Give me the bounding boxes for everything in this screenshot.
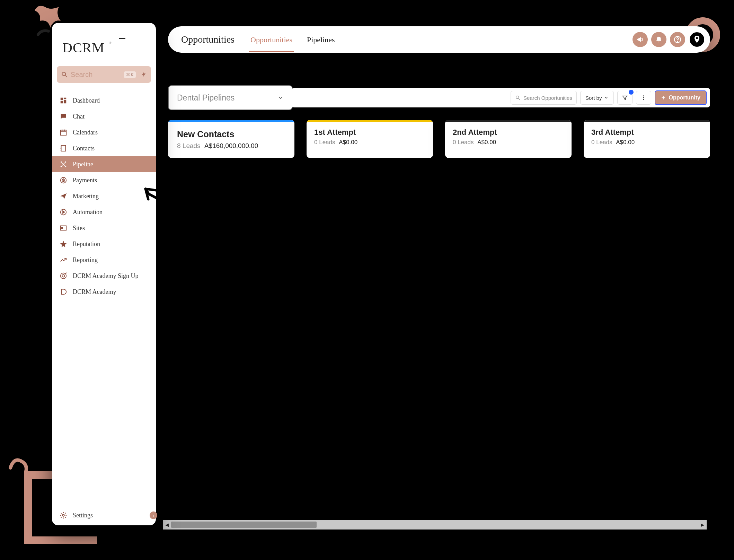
add-opportunity-label: Opportunity	[669, 95, 700, 101]
scrollbar-thumb[interactable]	[171, 522, 317, 528]
svg-point-41	[643, 99, 644, 100]
sidebar-item-contacts[interactable]: Contacts	[52, 140, 156, 156]
bolt-icon	[141, 71, 147, 78]
svg-line-31	[65, 273, 67, 274]
stage-meta: 8 Leads A$160,000,000.00	[177, 142, 285, 150]
toolbar: Dental Pipelines Search Opportunities So…	[168, 85, 710, 110]
filter-icon	[622, 95, 628, 101]
sidebar-item-calendars[interactable]: Calendars	[52, 124, 156, 140]
svg-point-34	[677, 41, 678, 42]
notifications-button[interactable]	[651, 32, 666, 47]
gear-icon	[60, 511, 67, 519]
calendar-icon	[60, 129, 67, 136]
sidebar-item-label: Automation	[73, 209, 103, 216]
svg-rect-6	[61, 130, 67, 135]
sidebar-item-label: Chat	[73, 113, 85, 120]
stage-card[interactable]: New Contacts 8 Leads A$160,000,000.00	[168, 120, 294, 158]
stage-leads: 0 Leads	[314, 139, 335, 146]
search-icon	[515, 95, 521, 100]
user-avatar[interactable]	[689, 31, 705, 48]
svg-point-32	[62, 514, 64, 516]
search-shortcut-badge: ⌘K	[124, 71, 136, 78]
svg-point-37	[516, 96, 519, 99]
dashboard-icon	[60, 97, 67, 104]
stage-card[interactable]: 2nd Attempt 0 Leads A$0.00	[445, 120, 572, 158]
chat-icon	[60, 113, 67, 120]
pipeline-select[interactable]: Dental Pipelines	[168, 85, 293, 110]
sidebar-item-academy[interactable]: DCRM Academy	[52, 284, 156, 300]
add-opportunity-button[interactable]: Opportunity	[655, 90, 707, 105]
avatar-icon	[691, 34, 703, 45]
filter-active-indicator	[629, 90, 634, 95]
pipeline-icon	[60, 160, 67, 168]
global-search-input[interactable]: Search ⌘K	[57, 66, 151, 83]
header-bar: Opportunities Opportunities Pipelines	[168, 26, 710, 53]
sort-by-button[interactable]: Sort by	[580, 91, 614, 105]
sidebar-item-label: Dashboard	[73, 97, 100, 104]
sidebar-item-dashboard[interactable]: Dashboard	[52, 93, 156, 108]
kebab-icon	[640, 95, 647, 101]
star-icon	[60, 240, 67, 248]
sidebar-item-label: Pipeline	[73, 161, 93, 168]
svg-rect-2	[61, 98, 63, 100]
megaphone-icon	[636, 36, 644, 43]
filter-button[interactable]	[617, 91, 633, 105]
stage-card[interactable]: 3rd Attempt 0 Leads A$0.00	[584, 120, 710, 158]
d-icon	[60, 288, 67, 296]
svg-point-40	[643, 97, 644, 98]
stage-meta: 0 Leads A$0.00	[453, 139, 564, 146]
sidebar-item-label: Sites	[73, 225, 85, 232]
search-opportunities-placeholder: Search Opportunities	[523, 95, 572, 101]
stage-value: A$0.00	[339, 139, 357, 146]
sidebar-item-label: Contacts	[73, 145, 95, 152]
search-opportunities-input[interactable]: Search Opportunities	[511, 91, 577, 105]
help-button[interactable]	[670, 32, 685, 47]
stage-name: New Contacts	[177, 129, 285, 139]
stage-card[interactable]: 1st Attempt 0 Leads A$0.00	[307, 120, 433, 158]
sidebar-item-reporting[interactable]: Reporting	[52, 252, 156, 268]
sidebar-collapse-button[interactable]: ‹	[150, 511, 157, 519]
sidebar-item-settings[interactable]: Settings ‹	[52, 505, 156, 525]
svg-line-1	[65, 76, 67, 77]
svg-point-30	[62, 274, 64, 277]
sidebar-item-chat[interactable]: Chat	[52, 108, 156, 124]
svg-line-20	[63, 162, 65, 164]
sidebar-item-label: Payments	[73, 177, 97, 184]
svg-text:S: S	[62, 178, 65, 182]
tab-pipelines[interactable]: Pipelines	[306, 27, 336, 52]
sidebar-item-academy-signup[interactable]: DCRM Academy Sign Up	[52, 268, 156, 284]
settings-label: Settings	[73, 512, 93, 519]
horizontal-scrollbar[interactable]: ◀ ▶	[163, 520, 707, 530]
tab-opportunities[interactable]: Opportunities	[249, 27, 294, 52]
sidebar-item-pipeline[interactable]: Pipeline	[52, 156, 156, 172]
hand-drawn-arrow	[139, 182, 201, 251]
scroll-left-arrow[interactable]: ◀	[163, 520, 171, 530]
announcements-button[interactable]	[633, 32, 648, 47]
stage-value: A$0.00	[616, 139, 635, 146]
svg-rect-10	[61, 146, 66, 151]
more-menu-button[interactable]	[636, 91, 651, 105]
automation-icon	[60, 208, 67, 216]
header-tabs: Opportunities Pipelines	[249, 27, 336, 52]
sites-icon	[60, 224, 67, 232]
pipeline-select-value: Dental Pipelines	[177, 93, 235, 103]
brand-text: DCRM	[62, 40, 105, 55]
pipeline-stages: New Contacts 8 Leads A$160,000,000.00 1s…	[168, 120, 710, 158]
brand-logo: DCRM ®	[52, 23, 156, 66]
scroll-right-arrow[interactable]: ▶	[698, 520, 707, 530]
bell-icon	[655, 36, 663, 43]
sidebar-item-label: Calendars	[73, 129, 98, 136]
scrollbar-track[interactable]	[171, 520, 698, 530]
svg-line-21	[61, 164, 63, 166]
svg-line-22	[63, 164, 65, 166]
search-icon	[61, 71, 68, 78]
sidebar-item-label: Reporting	[73, 256, 98, 264]
reporting-icon	[60, 256, 67, 264]
chevron-down-icon	[604, 95, 609, 100]
svg-line-19	[61, 162, 63, 164]
sidebar: DCRM ® Search ⌘K Dashboard Chat Calendar…	[52, 23, 156, 525]
marketing-icon	[60, 192, 67, 200]
svg-point-28	[62, 227, 63, 229]
chevron-down-icon	[277, 95, 284, 101]
stage-value: A$0.00	[477, 139, 496, 146]
